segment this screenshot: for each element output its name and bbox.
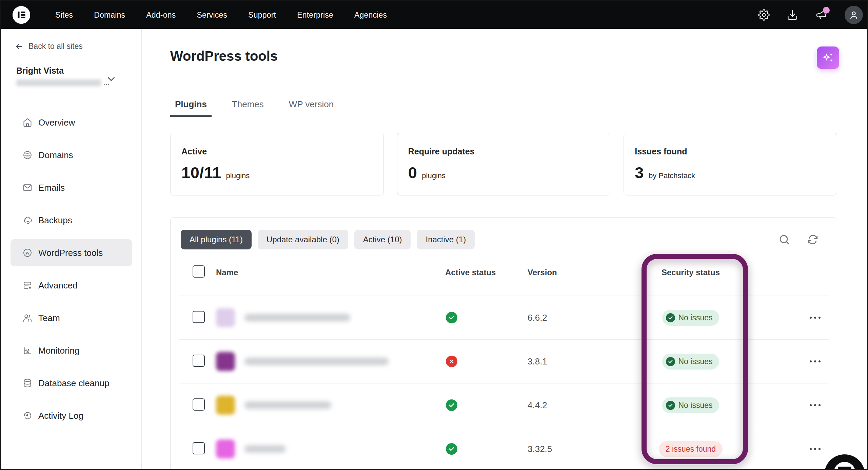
nav-sites[interactable]: Sites [55, 11, 73, 20]
download-icon[interactable] [786, 9, 798, 21]
nav-services[interactable]: Services [197, 11, 227, 20]
site-switcher[interactable]: Bright Vista ... [16, 66, 141, 87]
plugin-version: 4.4.2 [508, 400, 619, 411]
plugin-table-row: 6.6.2 No issues [171, 296, 837, 339]
filter-chips: All plugins (11) Update available (0) Ac… [171, 218, 837, 249]
filter-inactive[interactable]: Inactive (1) [417, 230, 475, 249]
cloud-backup-icon [23, 215, 32, 225]
sidebar-item-database-cleanup[interactable]: Database cleanup [11, 370, 132, 397]
wordpress-icon: W [23, 248, 32, 258]
announcements-megaphone-icon[interactable] [815, 9, 827, 21]
security-status-badge: No issues [662, 397, 719, 413]
filter-update-available[interactable]: Update available (0) [258, 230, 348, 249]
nav-support[interactable]: Support [248, 11, 276, 20]
security-status-badge: 2 issues found [659, 441, 723, 457]
sidebar-item-label: Activity Log [38, 411, 83, 421]
redacted-site-url [16, 79, 101, 86]
sidebar-item-label: Domains [38, 150, 73, 161]
user-avatar[interactable] [845, 6, 863, 24]
site-name: Bright Vista [16, 66, 141, 76]
chevron-down-icon[interactable] [105, 73, 117, 86]
redacted-plugin-name [244, 314, 350, 321]
nav-addons[interactable]: Add-ons [146, 11, 176, 20]
users-icon [23, 313, 32, 323]
plugin-table-row: 4.4.2 No issues [171, 383, 837, 427]
elementor-logo-icon[interactable] [13, 6, 30, 24]
back-link-label: Back to all sites [28, 42, 83, 51]
stats-row: Active 10/11 plugins Require updates 0 p… [170, 133, 837, 195]
plugins-panel: All plugins (11) Update available (0) Ac… [170, 217, 837, 470]
site-sidebar: Back to all sites Bright Vista ... Overv… [1, 29, 142, 469]
settings-gear-icon[interactable] [758, 9, 770, 21]
sidebar-item-emails[interactable]: Emails [11, 174, 132, 201]
redacted-plugin-name [244, 358, 389, 365]
main-content: WordPress tools Plugins Themes WP versio… [142, 29, 867, 469]
sidebar-item-label: Emails [38, 183, 65, 193]
check-icon [666, 357, 675, 366]
stat-card-active: Active 10/11 plugins [170, 133, 384, 195]
stat-value: 0 [408, 163, 417, 182]
stat-label: Issues found [635, 147, 826, 156]
site-url: ... [16, 79, 141, 87]
sidebar-item-activity-log[interactable]: Activity Log [11, 402, 132, 429]
tab-themes[interactable]: Themes [227, 99, 269, 117]
redacted-plugin-name [244, 445, 286, 453]
inactive-status-icon [446, 356, 457, 367]
nav-agencies[interactable]: Agencies [354, 11, 387, 20]
search-icon[interactable] [778, 233, 791, 246]
column-header-version: Version [508, 268, 619, 277]
sidebar-menu: Overview www Domains Emails Backups W Wo… [1, 109, 141, 429]
ai-assistant-button[interactable] [817, 46, 839, 69]
row-checkbox[interactable] [193, 442, 205, 454]
sidebar-item-monitoring[interactable]: Monitoring [11, 337, 132, 364]
svg-text:www: www [24, 154, 31, 157]
check-icon [666, 401, 675, 410]
column-header-name: Name [216, 268, 423, 277]
sidebar-item-wordpress-tools[interactable]: W WordPress tools [11, 239, 132, 266]
globe-www-icon: www [23, 150, 32, 160]
row-actions-button[interactable] [809, 357, 821, 366]
sidebar-item-label: WordPress tools [38, 248, 103, 258]
redacted-plugin-icon [216, 352, 235, 371]
notification-dot [823, 7, 830, 14]
row-actions-button[interactable] [809, 401, 821, 410]
row-checkbox[interactable] [193, 311, 205, 323]
stat-suffix: plugins [422, 171, 446, 180]
sidebar-item-advanced[interactable]: Advanced [11, 272, 132, 299]
row-checkbox[interactable] [193, 355, 205, 367]
sidebar-item-team[interactable]: Team [11, 304, 132, 332]
redacted-plugin-name [244, 401, 331, 409]
sidebar-item-overview[interactable]: Overview [11, 109, 132, 136]
redacted-plugin-icon [216, 396, 235, 415]
security-status-badge: No issues [662, 310, 719, 326]
server-advanced-icon [23, 281, 32, 290]
sparkles-icon [821, 51, 835, 64]
plugin-table-row: 3.8.1 No issues [171, 340, 837, 383]
sidebar-item-label: Database cleanup [38, 378, 110, 389]
select-all-checkbox[interactable] [193, 265, 205, 278]
sidebar-item-label: Backups [38, 215, 72, 226]
nav-domains[interactable]: Domains [94, 11, 125, 20]
row-checkbox[interactable] [193, 398, 205, 411]
row-actions-button[interactable] [809, 313, 821, 322]
security-status-badge: No issues [662, 354, 719, 370]
tab-wp-version[interactable]: WP version [284, 99, 338, 117]
active-status-icon [446, 312, 457, 323]
filter-all-plugins[interactable]: All plugins (11) [181, 230, 252, 249]
sidebar-item-backups[interactable]: Backups [11, 207, 132, 234]
back-to-all-sites-link[interactable]: Back to all sites [15, 42, 141, 51]
plugin-version: 3.8.1 [508, 356, 619, 367]
monitoring-chart-icon [23, 346, 32, 355]
table-header: Name Active status Version Security stat… [171, 249, 837, 296]
active-status-icon [446, 399, 457, 411]
refresh-icon[interactable] [806, 233, 819, 246]
row-actions-button[interactable] [809, 445, 821, 453]
tab-bar: Plugins Themes WP version [170, 99, 338, 117]
redacted-plugin-icon [216, 308, 235, 327]
sidebar-item-domains[interactable]: www Domains [11, 142, 132, 169]
active-status-icon [446, 443, 457, 455]
nav-enterprise[interactable]: Enterprise [297, 11, 333, 20]
stat-label: Active [181, 147, 373, 156]
tab-plugins[interactable]: Plugins [170, 99, 212, 117]
filter-active[interactable]: Active (10) [354, 230, 411, 249]
